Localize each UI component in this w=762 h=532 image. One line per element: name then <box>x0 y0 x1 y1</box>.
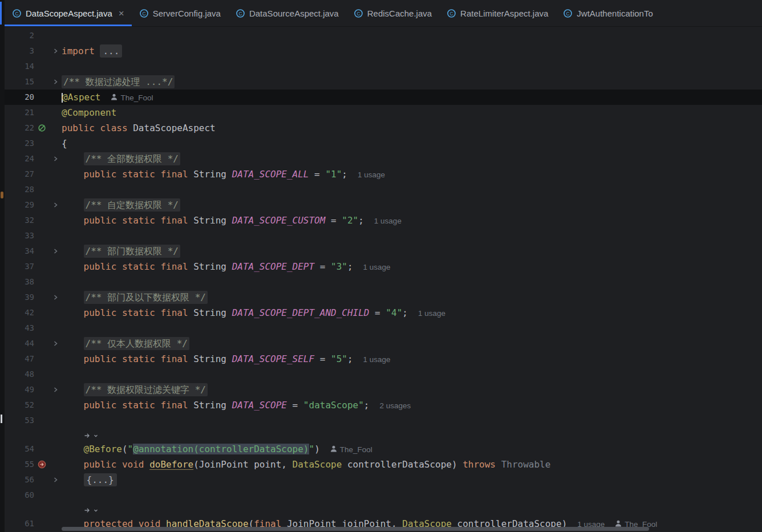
code-content[interactable] <box>62 28 762 43</box>
svg-text:C: C <box>142 10 145 16</box>
code-content[interactable] <box>62 228 762 243</box>
tab-serverconfig-java[interactable]: CServerConfig.java <box>132 0 228 26</box>
horizontal-scrollbar[interactable] <box>62 527 649 531</box>
usage-inlay[interactable]: 1 usage <box>358 170 385 179</box>
gutter: 49 <box>5 382 62 397</box>
code-content[interactable] <box>62 488 762 503</box>
gutter-mark-orange <box>1 192 3 198</box>
code-token: = <box>314 354 331 364</box>
code-content[interactable] <box>62 274 762 290</box>
code-content[interactable] <box>62 182 762 197</box>
usage-inlay[interactable]: 1 usage <box>363 263 391 271</box>
code-token: /** 全部数据权限 */ <box>84 152 180 165</box>
code-content[interactable]: @Before("@annotation(controllerDataScope… <box>62 441 762 457</box>
code-content[interactable] <box>62 59 762 74</box>
code-content[interactable]: /** 数据权限过滤关键字 */ <box>62 382 762 397</box>
code-content[interactable] <box>62 503 762 516</box>
gutter: 29 <box>5 197 62 213</box>
code-content[interactable]: public class DataScopeAspect <box>62 120 762 136</box>
code-content[interactable] <box>62 428 762 441</box>
code-content[interactable]: /** 仅本人数据权限 */ <box>62 336 762 351</box>
author-inlay[interactable]: The_Fool <box>111 94 153 102</box>
line-number: 23 <box>5 136 34 151</box>
author-inlay[interactable]: The_Fool <box>330 445 372 454</box>
fold-chevron-icon[interactable] <box>49 197 62 213</box>
fold-chevron-icon[interactable] <box>49 472 62 488</box>
advice-gutter-icon[interactable] <box>34 457 49 472</box>
tab-ratelimiteraspect-java[interactable]: CRateLimiterAspect.java <box>439 0 556 26</box>
code-token: = <box>287 400 303 411</box>
aspect-gutter-icon[interactable] <box>34 120 49 136</box>
code-content[interactable]: /** 数据过滤处理 ...*/ <box>62 74 762 90</box>
code-token: " <box>309 444 315 454</box>
usage-inlay[interactable]: 2 usages <box>379 401 411 410</box>
code-token: = <box>314 261 331 272</box>
horizontal-scrollbar-thumb[interactable] <box>62 527 649 531</box>
tab-jwtauthenticationto[interactable]: CJwtAuthenticationTo <box>556 0 660 26</box>
code-content[interactable]: /** 部门数据权限 */ <box>62 243 762 259</box>
code-content[interactable]: public static final String DATA_SCOPE_DE… <box>62 259 762 274</box>
code-token <box>62 292 84 303</box>
code-token: String <box>193 307 232 318</box>
tab-datasourceaspect-java[interactable]: CDataSourceAspect.java <box>228 0 346 26</box>
line-number: 34 <box>5 243 34 259</box>
fold-chevron-icon[interactable] <box>49 243 62 259</box>
gutter: 27 <box>5 166 62 182</box>
java-class-icon: C <box>447 9 456 18</box>
code-line: 2 <box>5 28 762 43</box>
code-content[interactable]: {...} <box>62 472 762 488</box>
author-name: The_Fool <box>340 445 372 454</box>
svg-text:C: C <box>566 10 570 16</box>
line-number: 32 <box>5 213 34 228</box>
code-content[interactable]: public static final String DATA_SCOPE_CU… <box>62 213 762 228</box>
tab-rediscache-java[interactable]: CRedisCache.java <box>346 0 439 26</box>
fold-chevron-icon[interactable] <box>49 151 62 166</box>
code-content[interactable]: public static final String DATA_SCOPE = … <box>62 397 762 413</box>
fold-chevron-icon[interactable] <box>49 74 62 90</box>
editor[interactable]: 23import ...1415/** 数据过滤处理 ...*/20@Aspec… <box>5 27 762 532</box>
fold-chevron-icon[interactable] <box>49 290 62 305</box>
code-content[interactable]: /** 自定数据权限 */ <box>62 197 762 213</box>
code-token: = <box>325 215 342 226</box>
line-number: 54 <box>5 441 34 457</box>
usage-inlay[interactable]: 1 usage <box>418 309 445 318</box>
code-content[interactable]: public static final String DATA_SCOPE_AL… <box>62 166 762 182</box>
person-icon <box>111 94 117 102</box>
advice-inlay-icon[interactable] <box>84 432 99 439</box>
code-line: 48 <box>5 367 762 382</box>
code-content[interactable]: public static final String DATA_SCOPE_SE… <box>62 351 762 367</box>
code-content[interactable] <box>62 413 762 428</box>
code-content[interactable]: public void doBefore(JoinPoint point, Da… <box>62 457 762 472</box>
code-content[interactable]: { <box>62 136 762 151</box>
close-icon[interactable]: × <box>119 9 124 18</box>
code-content[interactable] <box>62 367 762 382</box>
code-line: 23{ <box>5 136 762 151</box>
code-token: DATA_SCOPE_ALL <box>232 169 309 180</box>
code-content[interactable]: @Component <box>62 105 762 120</box>
gutter: 47 <box>5 351 62 367</box>
tab-datascopeaspect-java[interactable]: CDataScopeAspect.java× <box>5 0 132 26</box>
svg-text:C: C <box>15 10 18 16</box>
advice-inlay-icon[interactable] <box>84 507 99 514</box>
java-class-icon: C <box>354 9 363 18</box>
fold-chevron-icon[interactable] <box>49 43 62 59</box>
gutter: 3 <box>5 43 62 59</box>
code-content[interactable]: @AspectThe_Fool <box>62 90 762 105</box>
code-content[interactable]: /** 全部数据权限 */ <box>62 151 762 166</box>
fold-chevron-icon[interactable] <box>49 336 62 351</box>
code-token: public static final <box>84 169 194 180</box>
usage-inlay[interactable]: 1 usage <box>374 217 402 225</box>
code-line: 15/** 数据过滤处理 ...*/ <box>5 74 762 90</box>
code-token: ... <box>100 44 122 58</box>
usage-inlay[interactable]: 1 usage <box>363 355 391 364</box>
code-line: 52 public static final String DATA_SCOPE… <box>5 397 762 413</box>
code-content[interactable]: /** 部门及以下数据权限 */ <box>62 290 762 305</box>
tab-bar: CDataScopeAspect.java×CServerConfig.java… <box>5 0 762 27</box>
code-token <box>62 504 84 515</box>
code-token: ; <box>402 307 408 318</box>
code-content[interactable] <box>62 320 762 336</box>
line-number: 47 <box>5 351 34 367</box>
code-content[interactable]: import ... <box>62 43 762 59</box>
fold-chevron-icon[interactable] <box>49 382 62 397</box>
code-content[interactable]: public static final String DATA_SCOPE_DE… <box>62 305 762 320</box>
